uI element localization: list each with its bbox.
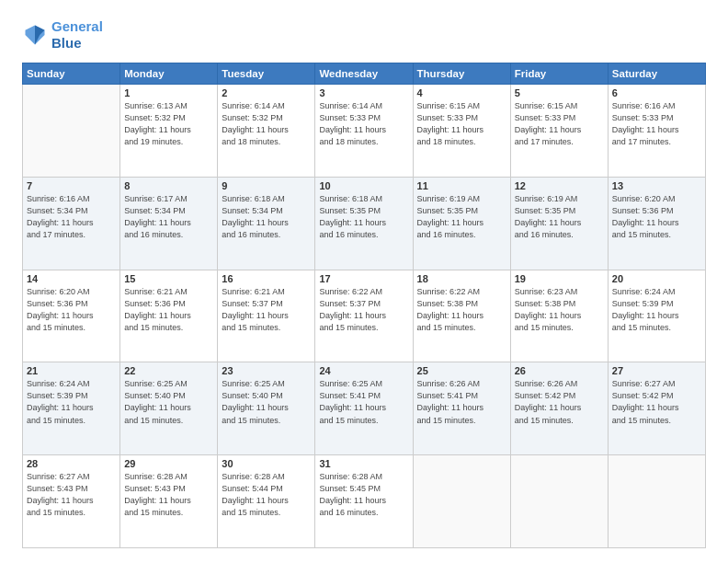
calendar-cell bbox=[413, 455, 510, 548]
calendar-cell bbox=[608, 455, 705, 548]
day-number: 2 bbox=[222, 87, 311, 98]
calendar-cell: 11Sunrise: 6:19 AMSunset: 5:35 PMDayligh… bbox=[413, 177, 510, 270]
weekday-header: Thursday bbox=[413, 63, 510, 85]
calendar-cell: 16Sunrise: 6:21 AMSunset: 5:37 PMDayligh… bbox=[218, 270, 315, 362]
calendar-cell: 31Sunrise: 6:28 AMSunset: 5:45 PMDayligh… bbox=[315, 455, 413, 548]
day-info: Sunrise: 6:16 AMSunset: 5:34 PMDaylight:… bbox=[27, 193, 116, 241]
calendar-cell: 4Sunrise: 6:15 AMSunset: 5:33 PMDaylight… bbox=[413, 85, 510, 178]
day-number: 28 bbox=[27, 458, 116, 469]
weekday-header: Tuesday bbox=[218, 63, 315, 85]
calendar-cell: 30Sunrise: 6:28 AMSunset: 5:44 PMDayligh… bbox=[218, 455, 315, 548]
calendar-cell: 19Sunrise: 6:23 AMSunset: 5:38 PMDayligh… bbox=[510, 270, 608, 362]
calendar-cell: 7Sunrise: 6:16 AMSunset: 5:34 PMDaylight… bbox=[23, 177, 120, 270]
header: General Blue bbox=[22, 18, 706, 52]
weekday-header: Friday bbox=[510, 63, 608, 85]
calendar-cell: 27Sunrise: 6:27 AMSunset: 5:42 PMDayligh… bbox=[608, 362, 705, 455]
day-number: 30 bbox=[222, 458, 311, 469]
day-info: Sunrise: 6:26 AMSunset: 5:42 PMDaylight:… bbox=[515, 378, 604, 426]
calendar-cell: 6Sunrise: 6:16 AMSunset: 5:33 PMDaylight… bbox=[608, 85, 705, 178]
day-number: 6 bbox=[612, 87, 701, 98]
calendar-cell: 29Sunrise: 6:28 AMSunset: 5:43 PMDayligh… bbox=[120, 455, 218, 548]
day-number: 4 bbox=[417, 87, 506, 98]
day-number: 1 bbox=[124, 87, 213, 98]
calendar-row: 21Sunrise: 6:24 AMSunset: 5:39 PMDayligh… bbox=[23, 362, 706, 455]
day-number: 17 bbox=[319, 273, 408, 284]
day-info: Sunrise: 6:27 AMSunset: 5:42 PMDaylight:… bbox=[612, 378, 701, 426]
weekday-header: Wednesday bbox=[315, 63, 413, 85]
day-info: Sunrise: 6:22 AMSunset: 5:37 PMDaylight:… bbox=[319, 286, 408, 334]
day-info: Sunrise: 6:21 AMSunset: 5:37 PMDaylight:… bbox=[222, 286, 311, 334]
day-number: 5 bbox=[515, 87, 604, 98]
day-info: Sunrise: 6:26 AMSunset: 5:41 PMDaylight:… bbox=[417, 378, 506, 426]
day-info: Sunrise: 6:21 AMSunset: 5:36 PMDaylight:… bbox=[124, 286, 213, 334]
day-info: Sunrise: 6:28 AMSunset: 5:44 PMDaylight:… bbox=[222, 471, 311, 519]
day-info: Sunrise: 6:20 AMSunset: 5:36 PMDaylight:… bbox=[27, 286, 116, 334]
day-info: Sunrise: 6:16 AMSunset: 5:33 PMDaylight:… bbox=[612, 100, 701, 148]
weekday-header: Sunday bbox=[23, 63, 120, 85]
calendar-cell: 8Sunrise: 6:17 AMSunset: 5:34 PMDaylight… bbox=[120, 177, 218, 270]
day-info: Sunrise: 6:18 AMSunset: 5:35 PMDaylight:… bbox=[319, 193, 408, 241]
day-number: 12 bbox=[515, 180, 604, 191]
day-info: Sunrise: 6:19 AMSunset: 5:35 PMDaylight:… bbox=[417, 193, 506, 241]
header-row: SundayMondayTuesdayWednesdayThursdayFrid… bbox=[23, 63, 706, 85]
day-info: Sunrise: 6:18 AMSunset: 5:34 PMDaylight:… bbox=[222, 193, 311, 241]
calendar-row: 28Sunrise: 6:27 AMSunset: 5:43 PMDayligh… bbox=[23, 455, 706, 548]
calendar-cell: 23Sunrise: 6:25 AMSunset: 5:40 PMDayligh… bbox=[218, 362, 315, 455]
page: General Blue SundayMondayTuesdayWednesda… bbox=[0, 0, 728, 563]
day-info: Sunrise: 6:25 AMSunset: 5:40 PMDaylight:… bbox=[124, 378, 213, 426]
calendar-cell: 20Sunrise: 6:24 AMSunset: 5:39 PMDayligh… bbox=[608, 270, 705, 362]
day-info: Sunrise: 6:15 AMSunset: 5:33 PMDaylight:… bbox=[417, 100, 506, 148]
calendar-cell: 17Sunrise: 6:22 AMSunset: 5:37 PMDayligh… bbox=[315, 270, 413, 362]
calendar-cell: 14Sunrise: 6:20 AMSunset: 5:36 PMDayligh… bbox=[23, 270, 120, 362]
day-number: 21 bbox=[27, 365, 116, 376]
calendar-cell: 24Sunrise: 6:25 AMSunset: 5:41 PMDayligh… bbox=[315, 362, 413, 455]
day-number: 22 bbox=[124, 365, 213, 376]
calendar-cell bbox=[23, 85, 120, 178]
calendar-cell: 28Sunrise: 6:27 AMSunset: 5:43 PMDayligh… bbox=[23, 455, 120, 548]
day-info: Sunrise: 6:24 AMSunset: 5:39 PMDaylight:… bbox=[612, 286, 701, 334]
calendar-row: 1Sunrise: 6:13 AMSunset: 5:32 PMDaylight… bbox=[23, 85, 706, 178]
day-info: Sunrise: 6:19 AMSunset: 5:35 PMDaylight:… bbox=[515, 193, 604, 241]
day-number: 9 bbox=[222, 180, 311, 191]
calendar-row: 14Sunrise: 6:20 AMSunset: 5:36 PMDayligh… bbox=[23, 270, 706, 362]
day-number: 27 bbox=[612, 365, 701, 376]
logo: General Blue bbox=[22, 18, 103, 52]
day-number: 31 bbox=[319, 458, 408, 469]
day-info: Sunrise: 6:17 AMSunset: 5:34 PMDaylight:… bbox=[124, 193, 213, 241]
day-number: 18 bbox=[417, 273, 506, 284]
day-info: Sunrise: 6:23 AMSunset: 5:38 PMDaylight:… bbox=[515, 286, 604, 334]
calendar-cell: 12Sunrise: 6:19 AMSunset: 5:35 PMDayligh… bbox=[510, 177, 608, 270]
calendar-cell: 26Sunrise: 6:26 AMSunset: 5:42 PMDayligh… bbox=[510, 362, 608, 455]
day-number: 3 bbox=[319, 87, 408, 98]
day-info: Sunrise: 6:24 AMSunset: 5:39 PMDaylight:… bbox=[27, 378, 116, 426]
day-info: Sunrise: 6:13 AMSunset: 5:32 PMDaylight:… bbox=[124, 100, 213, 148]
day-number: 26 bbox=[515, 365, 604, 376]
day-info: Sunrise: 6:25 AMSunset: 5:40 PMDaylight:… bbox=[222, 378, 311, 426]
calendar-cell: 25Sunrise: 6:26 AMSunset: 5:41 PMDayligh… bbox=[413, 362, 510, 455]
day-number: 11 bbox=[417, 180, 506, 191]
calendar-cell: 15Sunrise: 6:21 AMSunset: 5:36 PMDayligh… bbox=[120, 270, 218, 362]
calendar-cell: 18Sunrise: 6:22 AMSunset: 5:38 PMDayligh… bbox=[413, 270, 510, 362]
day-number: 8 bbox=[124, 180, 213, 191]
day-info: Sunrise: 6:15 AMSunset: 5:33 PMDaylight:… bbox=[515, 100, 604, 148]
day-number: 25 bbox=[417, 365, 506, 376]
day-number: 14 bbox=[27, 273, 116, 284]
day-number: 13 bbox=[612, 180, 701, 191]
day-info: Sunrise: 6:25 AMSunset: 5:41 PMDaylight:… bbox=[319, 378, 408, 426]
day-number: 29 bbox=[124, 458, 213, 469]
day-number: 15 bbox=[124, 273, 213, 284]
calendar-cell: 5Sunrise: 6:15 AMSunset: 5:33 PMDaylight… bbox=[510, 85, 608, 178]
calendar-cell: 9Sunrise: 6:18 AMSunset: 5:34 PMDaylight… bbox=[218, 177, 315, 270]
calendar-cell: 22Sunrise: 6:25 AMSunset: 5:40 PMDayligh… bbox=[120, 362, 218, 455]
logo-icon bbox=[22, 22, 48, 48]
day-number: 24 bbox=[319, 365, 408, 376]
day-number: 20 bbox=[612, 273, 701, 284]
day-number: 16 bbox=[222, 273, 311, 284]
weekday-header: Saturday bbox=[608, 63, 705, 85]
day-info: Sunrise: 6:27 AMSunset: 5:43 PMDaylight:… bbox=[27, 471, 116, 519]
calendar-cell: 21Sunrise: 6:24 AMSunset: 5:39 PMDayligh… bbox=[23, 362, 120, 455]
day-number: 10 bbox=[319, 180, 408, 191]
day-info: Sunrise: 6:14 AMSunset: 5:33 PMDaylight:… bbox=[319, 100, 408, 148]
calendar-table: SundayMondayTuesdayWednesdayThursdayFrid… bbox=[22, 63, 706, 548]
logo-text: General Blue bbox=[51, 18, 103, 52]
